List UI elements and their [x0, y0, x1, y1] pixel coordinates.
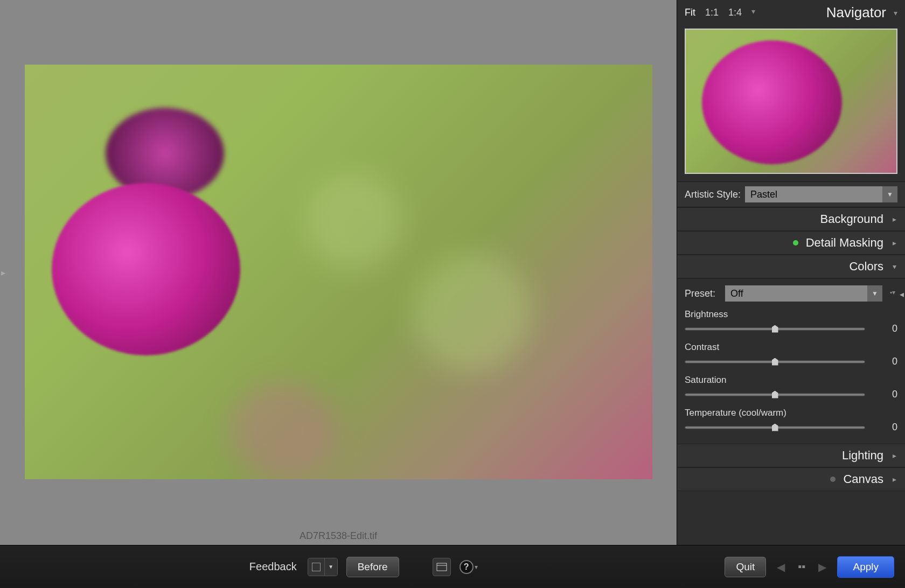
bokeh-shape [305, 172, 402, 269]
artistic-style-row: Artistic Style: Pastel ▼ [677, 181, 905, 207]
navigator-header: Fit 1:1 1:4 ▾ Navigator ▾ [677, 0, 905, 25]
chevron-right-icon: ▸ [891, 239, 897, 247]
slider-contrast: Contrast 0 [685, 342, 897, 367]
slider-thumb[interactable] [772, 325, 778, 333]
preset-select[interactable]: Off ▼ [725, 285, 882, 302]
footer-bar: Feedback ▼ Before ? ▾ Quit ◀ ▪▪ ▶ Apply [0, 545, 905, 588]
section-colors[interactable]: Colors ▾ [677, 255, 905, 278]
section-canvas[interactable]: Canvas ▸ [677, 467, 905, 491]
zoom-more-dropdown[interactable]: ▾ [751, 7, 755, 18]
zoom-fit-button[interactable]: Fit [685, 7, 695, 18]
slider-label: Contrast [685, 342, 897, 353]
chevron-down-icon[interactable]: ▾ [475, 563, 478, 571]
brightness-value: 0 [876, 323, 897, 334]
feedback-label: Feedback [249, 561, 297, 573]
screen-mode-button[interactable] [433, 558, 451, 576]
expand-right-handle[interactable]: ◂ [900, 289, 904, 299]
svg-rect-0 [437, 563, 447, 571]
slider-thumb[interactable] [772, 358, 778, 366]
chevron-down-icon: ▼ [882, 186, 897, 202]
nav-prev-icon[interactable]: ◀ [775, 561, 787, 573]
canvas-preview[interactable] [25, 65, 652, 479]
before-button[interactable]: Before [346, 557, 399, 577]
filename-label: AD7R1538-Edit.tif [0, 527, 677, 545]
artistic-style-select[interactable]: Pastel ▼ [745, 186, 897, 202]
slider-label: Saturation [685, 375, 897, 386]
chevron-down-icon: ▼ [324, 558, 337, 576]
slider-brightness: Brightness 0 [685, 309, 897, 334]
navigator-zoom-controls: Fit 1:1 1:4 ▾ [685, 7, 755, 18]
slider-label: Temperature (cool/warm) [685, 408, 897, 418]
apply-button[interactable]: Apply [837, 556, 894, 578]
slider-label: Brightness [685, 309, 897, 320]
preset-options-icon[interactable]: ▪▾ [888, 289, 897, 298]
contrast-slider[interactable] [685, 360, 865, 363]
window-icon [436, 563, 447, 571]
preset-row: Preset: Off ▼ ▪▾ [685, 285, 897, 302]
expand-left-handle[interactable]: ▸ [1, 268, 5, 278]
section-detail-masking[interactable]: Detail Masking ▸ [677, 231, 905, 255]
brightness-slider[interactable] [685, 327, 865, 331]
zoom-1to4-button[interactable]: 1:4 [728, 7, 742, 18]
chevron-down-icon: ▼ [867, 285, 882, 302]
compare-preview-icon [308, 558, 324, 576]
bokeh-shape [413, 253, 531, 372]
main-area: ▸ AD7R1538-Edit.tif ◂ Fit 1:1 1:4 ▾ Navi… [0, 0, 905, 545]
navigator-title: Navigator [755, 4, 894, 21]
chevron-down-icon: ▾ [891, 262, 897, 271]
status-dot-icon [830, 477, 836, 482]
section-lighting[interactable]: Lighting ▸ [677, 444, 905, 467]
colors-panel-body: Preset: Off ▼ ▪▾ Brightness 0 Contrast [677, 278, 905, 444]
navigator-collapse-icon[interactable]: ▾ [894, 9, 897, 17]
slider-saturation: Saturation 0 [685, 375, 897, 400]
quit-button[interactable]: Quit [725, 557, 766, 577]
navigator-thumbnail[interactable] [685, 29, 897, 174]
saturation-slider[interactable] [685, 393, 865, 396]
slider-thumb[interactable] [772, 391, 778, 398]
canvas-area: ▸ AD7R1538-Edit.tif [0, 0, 677, 545]
artistic-style-label: Artistic Style: [685, 189, 741, 200]
chevron-right-icon: ▸ [891, 475, 897, 484]
section-title: Lighting [842, 449, 883, 463]
section-title: Colors [849, 260, 883, 274]
contrast-value: 0 [876, 356, 897, 367]
temperature-value: 0 [876, 422, 897, 433]
nav-grid-icon[interactable]: ▪▪ [796, 561, 807, 573]
section-title: Detail Masking [806, 236, 883, 250]
section-title: Canvas [843, 472, 883, 486]
side-panel: ◂ Fit 1:1 1:4 ▾ Navigator ▾ Artistic Sty… [677, 0, 905, 545]
chevron-right-icon: ▸ [891, 451, 897, 460]
section-background[interactable]: Background ▸ [677, 207, 905, 231]
compare-mode-button[interactable]: ▼ [308, 558, 338, 576]
saturation-value: 0 [876, 389, 897, 400]
chevron-right-icon: ▸ [891, 215, 897, 223]
slider-thumb[interactable] [772, 424, 778, 431]
temperature-slider[interactable] [685, 426, 865, 429]
nav-next-icon[interactable]: ▶ [816, 561, 829, 573]
zoom-1to1-button[interactable]: 1:1 [705, 7, 719, 18]
flower-shape [52, 183, 240, 355]
app-root: ▸ AD7R1538-Edit.tif ◂ Fit 1:1 1:4 ▾ Navi… [0, 0, 905, 588]
artistic-style-value: Pastel [750, 189, 777, 200]
bokeh-shape [229, 382, 337, 479]
preset-value: Off [730, 288, 743, 299]
flower-shape [702, 40, 842, 164]
preset-label: Preset: [685, 288, 715, 299]
slider-temperature: Temperature (cool/warm) 0 [685, 408, 897, 433]
status-dot-icon [793, 240, 798, 246]
help-button[interactable]: ? [460, 560, 474, 574]
section-title: Background [820, 212, 883, 226]
